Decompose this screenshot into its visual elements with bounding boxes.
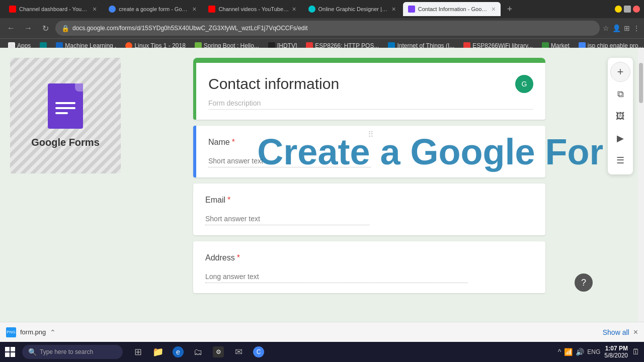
files-button[interactable]: 🗂 bbox=[189, 343, 207, 361]
form-icon-button[interactable]: G bbox=[515, 75, 533, 93]
add-section-button[interactable]: ☰ bbox=[610, 150, 630, 170]
forms-line-2 bbox=[55, 107, 75, 109]
download-filename: form.png bbox=[20, 328, 46, 336]
tab-label-youtube: Channel dashboard - YouTube bbox=[19, 6, 90, 12]
name-answer-input[interactable] bbox=[208, 155, 371, 167]
mail-icon: ✉ bbox=[235, 346, 243, 357]
file-explorer-icon: 📁 bbox=[152, 346, 164, 357]
bookmark-star-icon[interactable]: ☆ bbox=[603, 24, 609, 32]
download-expand-icon[interactable]: ⌃ bbox=[50, 328, 56, 336]
help-button[interactable]: ? bbox=[575, 274, 593, 292]
taskbar-right: ^ 📶 🔊 ENG 1:07 PM 5/8/2020 🗓 bbox=[558, 345, 644, 359]
tab-youtube[interactable]: Channel dashboard - YouTube × bbox=[4, 2, 102, 16]
mail-button[interactable]: ✉ bbox=[229, 343, 248, 361]
form-card-address: Address * bbox=[193, 241, 545, 293]
notification-icon[interactable]: 🗓 bbox=[632, 347, 640, 356]
time-display[interactable]: 1:07 PM 5/8/2020 bbox=[604, 345, 628, 359]
profile-icon[interactable]: 👤 bbox=[612, 24, 621, 32]
page-content: Contact information G Form description ⠿… bbox=[136, 48, 603, 322]
refresh-button[interactable]: ↻ bbox=[38, 21, 52, 35]
drag-handle-name[interactable]: ⠿ bbox=[368, 130, 374, 139]
tab-close-google[interactable]: × bbox=[192, 5, 196, 13]
forms-icon-lines bbox=[55, 102, 75, 114]
right-toolbar: + ⧉ 🖼 ▶ ☰ bbox=[608, 58, 633, 174]
form-title-row: Contact information G bbox=[208, 75, 533, 93]
tab-close-forms[interactable]: × bbox=[492, 5, 496, 13]
tab-close-yt-studio[interactable]: × bbox=[292, 5, 296, 13]
add-icon: + bbox=[617, 65, 624, 78]
tab-yt-studio[interactable]: Channel videos - YouTube Stu... × bbox=[203, 2, 301, 16]
video-icon: ▶ bbox=[617, 133, 624, 144]
file-explorer-button[interactable]: 📁 bbox=[149, 343, 167, 361]
toolbox-icon: ⚙ bbox=[213, 346, 224, 357]
close-btn[interactable] bbox=[633, 6, 640, 13]
tab-label-yt-studio: Channel videos - YouTube Stu... bbox=[218, 6, 289, 12]
language-label[interactable]: ENG bbox=[587, 348, 600, 355]
address-answer-input[interactable] bbox=[205, 270, 468, 283]
google-forms-panel: Google Forms bbox=[10, 58, 121, 173]
import-question-button[interactable]: ⧉ bbox=[610, 84, 630, 104]
google-favicon bbox=[109, 6, 116, 13]
address-bar[interactable]: 🔒 docs.google.com/forms/d/15SYDg0h5SX40U… bbox=[55, 21, 600, 36]
edge-browser-button[interactable]: e bbox=[169, 343, 187, 361]
section-icon: ☰ bbox=[616, 155, 624, 166]
form-wrapper: Contact information G Form description ⠿… bbox=[193, 58, 545, 312]
tab-google-form[interactable]: create a google form - Googl... × bbox=[104, 2, 201, 16]
maximize-btn[interactable] bbox=[624, 6, 631, 13]
forms-icon bbox=[48, 83, 83, 129]
title-bar: Channel dashboard - YouTube × create a g… bbox=[0, 0, 644, 18]
task-view-button[interactable]: ⊞ bbox=[129, 343, 147, 361]
download-bar: PNG form.png ⌃ Show all × bbox=[0, 322, 644, 342]
email-answer-input[interactable] bbox=[205, 213, 369, 225]
forward-button[interactable]: → bbox=[21, 21, 35, 35]
form-card-name: ⠿ Name * Create a Google Form bbox=[193, 126, 545, 177]
tab-label-forms: Contact Information - Google... bbox=[418, 6, 489, 12]
image-icon: 🖼 bbox=[616, 111, 625, 122]
add-question-button[interactable]: + bbox=[610, 62, 630, 82]
taskbar-pinned-apps: ⊞ 📁 e 🗂 ⚙ ✉ C bbox=[129, 343, 268, 361]
form-description-placeholder[interactable]: Form description bbox=[208, 99, 533, 110]
back-button[interactable]: ← bbox=[4, 21, 18, 35]
tab-close-canva[interactable]: × bbox=[392, 5, 396, 13]
google-forms-text: Google Forms bbox=[31, 137, 100, 148]
address-required-star: * bbox=[237, 253, 240, 262]
right-scrollbar[interactable] bbox=[638, 48, 644, 322]
browser-chrome: Channel dashboard - YouTube × create a g… bbox=[0, 0, 644, 48]
edge-icon: e bbox=[173, 346, 184, 357]
chrome-button[interactable]: C bbox=[250, 343, 268, 361]
show-all-button[interactable]: Show all bbox=[603, 328, 629, 336]
address-bar-row: ← → ↻ 🔒 docs.google.com/forms/d/15SYDg0h… bbox=[0, 18, 644, 38]
add-image-button[interactable]: 🖼 bbox=[610, 106, 630, 126]
taskbar: 🔍 Type here to search ⊞ 📁 e 🗂 ⚙ ✉ C bbox=[0, 342, 644, 362]
youtube-favicon bbox=[9, 6, 16, 13]
tab-forms[interactable]: Contact Information - Google... × bbox=[403, 2, 501, 16]
new-tab-button[interactable]: + bbox=[503, 2, 517, 16]
menu-icon[interactable]: ⋮ bbox=[633, 24, 640, 32]
taskbar-search[interactable]: 🔍 Type here to search bbox=[22, 345, 123, 359]
chrome-icon: C bbox=[253, 346, 264, 357]
import-icon: ⧉ bbox=[617, 89, 624, 100]
form-top-bar bbox=[193, 58, 545, 63]
taskbar-search-placeholder: Type here to search bbox=[40, 348, 93, 355]
close-download-button[interactable]: × bbox=[633, 328, 638, 337]
canva-favicon bbox=[308, 6, 315, 13]
google-forms-background: Google Forms bbox=[10, 58, 121, 173]
form-header-card: Contact information G Form description bbox=[193, 63, 545, 120]
volume-icon[interactable]: 🔊 bbox=[576, 348, 584, 356]
add-video-button[interactable]: ▶ bbox=[610, 128, 630, 148]
clock-date: 5/8/2020 bbox=[604, 352, 628, 359]
scrollbar-thumb[interactable] bbox=[639, 63, 643, 103]
tab-canva[interactable]: Online Graphic Designer | Col... × bbox=[303, 2, 401, 16]
start-button[interactable] bbox=[0, 342, 20, 362]
tray-up-arrow-icon[interactable]: ^ bbox=[558, 348, 561, 356]
network-icon[interactable]: 📶 bbox=[564, 348, 573, 356]
forms-favicon bbox=[408, 6, 415, 13]
clock-time: 1:07 PM bbox=[604, 345, 628, 352]
extensions-icon[interactable]: ⊞ bbox=[624, 24, 630, 32]
tab-label-google: create a google form - Googl... bbox=[119, 6, 189, 12]
tab-label-canva: Online Graphic Designer | Col... bbox=[318, 6, 389, 12]
minimize-btn[interactable] bbox=[615, 6, 622, 13]
toolbox-button[interactable]: ⚙ bbox=[209, 343, 227, 361]
tab-close-youtube[interactable]: × bbox=[93, 5, 97, 13]
file-icon: PNG bbox=[6, 327, 16, 337]
